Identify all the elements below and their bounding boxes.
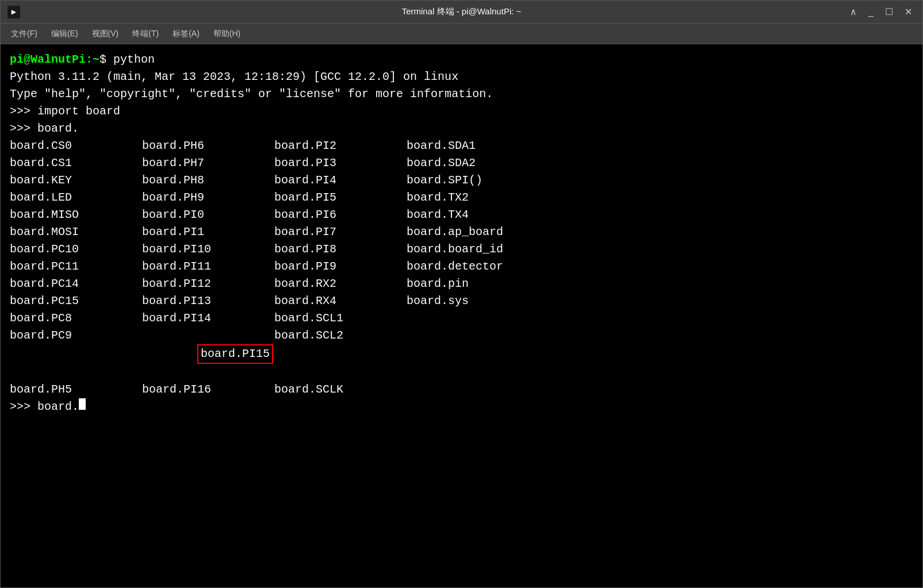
board-cell-miso: board.MISO [10, 206, 142, 224]
board-cell-cs0: board.CS0 [10, 137, 142, 155]
board-cell-pi11: board.PI11 [142, 258, 274, 275]
board-cell-pi16: board.PI16 [142, 381, 274, 398]
terminal-body[interactable]: pi@WalnutPi:~ $ python Python 3.11.2 (ma… [1, 44, 922, 587]
command-line: pi@WalnutPi:~ $ python [10, 51, 913, 68]
board-cell-pi0: board.PI0 [142, 206, 274, 224]
board-cell-pc9: board.PC9 [10, 327, 142, 381]
board-cell-pi2: board.PI2 [274, 137, 407, 155]
board-cell-scl2: board.SCL2 [274, 327, 407, 381]
window-controls: ∧ _ ☐ ✕ [847, 5, 916, 18]
board-cell-pi6: board.PI6 [274, 206, 407, 224]
menu-tab[interactable]: 标签(A) [167, 26, 205, 41]
board-cell-spi: board.SPI() [407, 172, 568, 189]
board-cell-empty-3 [407, 381, 568, 398]
board-cell-pi1: board.PI1 [142, 224, 274, 241]
board-cell-pin: board.pin [407, 275, 568, 293]
board-cell-tx2: board.TX2 [407, 189, 568, 206]
board-cell-pi9: board.PI9 [274, 258, 407, 275]
board-cell-rx2: board.RX2 [274, 275, 407, 293]
board-cell-mosi: board.MOSI [10, 224, 142, 241]
board-cell-ph8: board.PH8 [142, 172, 274, 189]
highlight-pi15: board.PI15 [197, 344, 273, 364]
menu-help[interactable]: 帮助(H) [208, 26, 246, 41]
window-title: Terminal 终端 - pi@WalnutPi: ~ [402, 6, 522, 17]
board-cell-rx4: board.RX4 [274, 293, 407, 310]
title-bar: ▶ Terminal 终端 - pi@WalnutPi: ~ ∧ _ ☐ ✕ [1, 1, 922, 24]
board-cell-sclk: board.SCLK [274, 381, 407, 398]
board-cell-ph6: board.PH6 [142, 137, 274, 155]
board-cell-empty-1 [407, 310, 568, 327]
title-bar-left: ▶ [7, 6, 20, 18]
terminal-window: ▶ Terminal 终端 - pi@WalnutPi: ~ ∧ _ ☐ ✕ 文… [0, 0, 923, 588]
final-prompt-line: >>> board. [10, 398, 913, 416]
board-cell-sda1: board.SDA1 [407, 137, 568, 155]
board-cell-ap-board: board.ap_board [407, 224, 568, 241]
menu-bar: 文件(F) 编辑(E) 视图(V) 终端(T) 标签(A) 帮助(H) [1, 24, 922, 44]
minimize-button2[interactable]: _ [865, 6, 877, 18]
board-cell-pi8: board.PI8 [274, 241, 407, 258]
board-cell-empty-2 [407, 327, 568, 381]
board-cell-key: board.KEY [10, 172, 142, 189]
board-cell-pc10: board.PC10 [10, 241, 142, 258]
board-cell-pi12: board.PI12 [142, 275, 274, 293]
prompt-symbol: $ [99, 51, 106, 68]
board-cell-pi14: board.PI14 [142, 310, 274, 327]
minimize-button[interactable]: ∧ [847, 5, 860, 18]
board-cell-sda2: board.SDA2 [407, 155, 568, 172]
maximize-button[interactable]: ☐ [882, 5, 897, 18]
board-cell-board-id: board.board_id [407, 241, 568, 258]
import-board-line: >>> import board [10, 103, 913, 120]
board-cell-pi15-highlighted: board.PI15 [142, 327, 274, 381]
board-cell-pi5: board.PI5 [274, 189, 407, 206]
board-cell-led: board.LED [10, 189, 142, 206]
final-prompt-text: >>> board. [10, 398, 79, 416]
board-cell-ph7: board.PH7 [142, 155, 274, 172]
board-cell-cs1: board.CS1 [10, 155, 142, 172]
board-cell-pi4: board.PI4 [274, 172, 407, 189]
python-version-line: Python 3.11.2 (main, Mar 13 2023, 12:18:… [10, 68, 913, 86]
board-cell-pi7: board.PI7 [274, 224, 407, 241]
board-cell-sys: board.sys [407, 293, 568, 310]
python-info-line: Type "help", "copyright", "credits" or "… [10, 86, 913, 103]
terminal-icon: ▶ [7, 6, 20, 18]
command-text: python [106, 51, 155, 68]
board-cell-pc8: board.PC8 [10, 310, 142, 327]
prompt-user: pi@WalnutPi:~ [10, 51, 99, 68]
board-cell-ph9: board.PH9 [142, 189, 274, 206]
close-button[interactable]: ✕ [901, 5, 916, 18]
board-cell-pi13: board.PI13 [142, 293, 274, 310]
menu-terminal[interactable]: 终端(T) [127, 26, 164, 41]
board-cell-pi3: board.PI3 [274, 155, 407, 172]
board-cell-pc11: board.PC11 [10, 258, 142, 275]
menu-file[interactable]: 文件(F) [5, 26, 43, 41]
board-cell-ph5: board.PH5 [10, 381, 142, 398]
board-dot-line: >>> board. [10, 120, 913, 137]
board-cell-detector: board.detector [407, 258, 568, 275]
board-items-table: board.CS0 board.PH6 board.PI2 board.SDA1… [10, 137, 913, 398]
board-cell-scl1: board.SCL1 [274, 310, 407, 327]
board-cell-pi10: board.PI10 [142, 241, 274, 258]
menu-edit[interactable]: 编辑(E) [45, 26, 84, 41]
board-cell-tx4: board.TX4 [407, 206, 568, 224]
board-cell-pc14: board.PC14 [10, 275, 142, 293]
cursor [79, 398, 86, 410]
board-cell-pc15: board.PC15 [10, 293, 142, 310]
menu-view[interactable]: 视图(V) [86, 26, 125, 41]
